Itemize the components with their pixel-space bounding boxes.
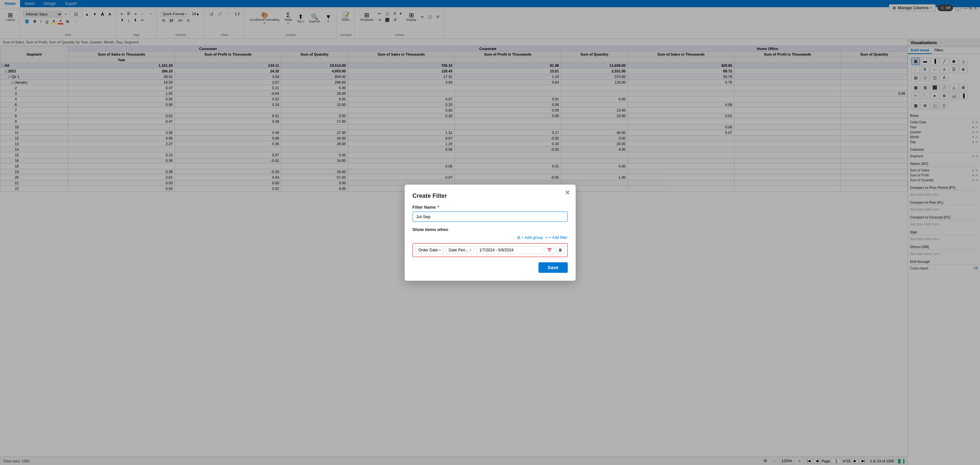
filter-condition-select[interactable]: Date Peri... ▾ [446,246,474,254]
show-items-when-label: Show items when [412,227,568,232]
add-group-icon: ⊞ [517,235,520,240]
modal-title: Create Filter [412,193,568,200]
modal-actions-row: ⊞ + Add group + + Add filter [412,235,568,240]
modal-close-button[interactable]: ✕ [565,189,570,197]
modal-overlay[interactable]: Create Filter ✕ Filter Name * Show items… [0,0,980,465]
save-button[interactable]: Save [538,262,568,273]
filter-field-arrow: ▾ [439,248,441,252]
filter-field-select[interactable]: Order Date ▾ [415,246,444,254]
create-filter-modal: Create Filter ✕ Filter Name * Show items… [405,185,576,281]
add-group-btn[interactable]: ⊞ + Add group [517,235,543,240]
filter-name-label: Filter Name * [412,205,568,209]
add-group-label: + Add group [522,235,543,240]
required-star: * [438,205,439,209]
filter-delete-btn[interactable]: 🗑 [556,246,565,254]
filter-calendar-btn[interactable]: 📅 [545,246,554,254]
add-filter-btn[interactable]: + + Add filter [546,235,568,240]
filter-field-label: Order Date [418,248,438,252]
add-filter-icon: + [546,235,548,240]
filter-name-input[interactable] [412,212,568,222]
filter-condition-arrow: ▾ [470,248,471,252]
add-filter-label: + Add filter [549,235,568,240]
filter-condition-label: Date Peri... [449,248,468,252]
filter-value-display[interactable]: 1/7/2024 - 5/9/2024 [476,246,543,254]
modal-footer: Save [412,262,568,273]
filter-row: Order Date ▾ Date Peri... ▾ 1/7/2024 - 5… [412,243,568,257]
